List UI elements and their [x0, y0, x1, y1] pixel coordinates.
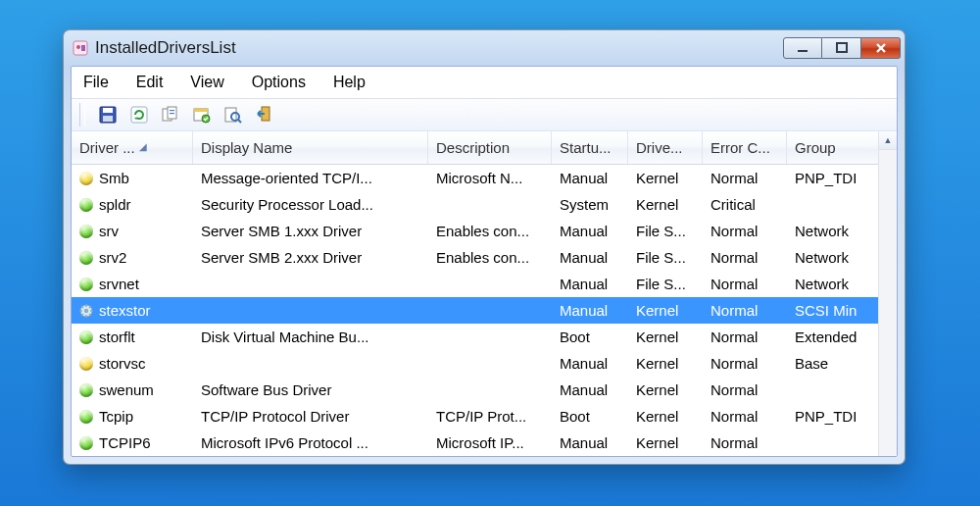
cell-startup: Manual	[552, 271, 628, 297]
cell-group: Network	[787, 218, 877, 244]
close-icon	[874, 42, 888, 54]
find-button[interactable]	[222, 104, 244, 126]
svg-rect-8	[103, 108, 113, 113]
status-running-icon	[79, 225, 93, 238]
cell-description	[428, 377, 552, 403]
save-icon	[99, 106, 117, 124]
cell-display-name: Message-oriented TCP/I...	[193, 165, 428, 191]
status-stopped-icon	[79, 357, 93, 371]
table-row[interactable]: storfltDisk Virtual Machine Bu...BootKer…	[72, 324, 897, 350]
cell-group: Network	[787, 271, 877, 297]
svg-rect-9	[103, 116, 113, 122]
window-title: InstalledDriversList	[95, 38, 783, 58]
col-description[interactable]: Description	[428, 131, 552, 164]
table-row[interactable]: stexstorManualKernelNormalSCSI Min	[72, 297, 897, 324]
cell-driver-type: Kernel	[628, 165, 703, 191]
copy-button[interactable]	[160, 104, 181, 126]
table-row[interactable]: TCPIP6Microsoft IPv6 Protocol ...Microso…	[72, 430, 897, 456]
table-row[interactable]: srvServer SMB 1.xxx DriverEnables con...…	[72, 218, 897, 244]
cell-startup: Manual	[552, 244, 628, 271]
cell-startup: System	[552, 191, 628, 218]
app-icon	[72, 39, 89, 57]
col-display-name[interactable]: Display Name	[193, 131, 428, 164]
scroll-up-button[interactable]: ▲	[879, 131, 897, 150]
cell-driver-type: File S...	[628, 218, 703, 244]
cell-group: PNP_TDI	[787, 403, 877, 430]
vertical-scrollbar[interactable]: ▲	[878, 131, 897, 456]
cell-driver-type: Kernel	[628, 297, 703, 324]
cell-error-control: Normal	[703, 297, 787, 324]
cell-error-control: Normal	[703, 244, 787, 271]
refresh-button[interactable]	[128, 104, 150, 126]
cell-driver-name: swenum	[99, 382, 154, 397]
svg-rect-10	[131, 107, 147, 123]
cell-group	[787, 191, 877, 218]
cell-group: SCSI Min	[787, 297, 877, 324]
cell-description: Enables con...	[428, 218, 552, 244]
table-row[interactable]: storvscManualKernelNormalBase	[72, 350, 897, 377]
svg-rect-13	[170, 110, 174, 111]
svg-point-23	[84, 308, 88, 312]
table-row[interactable]: SmbMessage-oriented TCP/I...Microsoft N.…	[72, 165, 897, 191]
cell-description	[428, 271, 552, 297]
cell-startup: Boot	[552, 324, 628, 350]
table-row[interactable]: TcpipTCP/IP Protocol DriverTCP/IP Prot..…	[72, 403, 897, 430]
toolbar	[72, 99, 897, 131]
table-row[interactable]: srv2Server SMB 2.xxx DriverEnables con..…	[72, 244, 897, 271]
titlebar[interactable]: InstalledDriversList	[64, 30, 905, 66]
menu-options[interactable]: Options	[250, 73, 308, 92]
maximize-button[interactable]	[822, 37, 861, 59]
column-headers: Driver ... ◢ Display Name Description St…	[72, 131, 897, 165]
cell-startup: Manual	[552, 430, 628, 456]
toolbar-grip	[79, 103, 85, 126]
status-running-icon	[79, 251, 93, 265]
close-button[interactable]	[861, 37, 901, 59]
menu-edit[interactable]: Edit	[134, 73, 166, 92]
cell-error-control: Critical	[703, 191, 787, 218]
cell-display-name	[193, 271, 428, 297]
cell-startup: Manual	[552, 218, 628, 244]
cell-driver-type: File S...	[628, 244, 703, 271]
col-driver-type[interactable]: Drive...	[628, 131, 703, 164]
sort-asc-icon: ◢	[139, 141, 147, 152]
app-window: InstalledDriversList File Edit View Opti…	[63, 29, 906, 465]
cell-driver-name: Tcpip	[99, 409, 133, 424]
minimize-button[interactable]	[783, 37, 822, 59]
cell-group: Base	[787, 350, 877, 377]
menu-help[interactable]: Help	[331, 73, 368, 92]
col-driver-name[interactable]: Driver ... ◢	[72, 131, 193, 164]
menu-view[interactable]: View	[188, 73, 225, 92]
chevron-up-icon: ▲	[884, 135, 893, 145]
save-button[interactable]	[97, 104, 119, 126]
properties-button[interactable]	[191, 104, 213, 126]
cell-description: Microsoft N...	[428, 165, 552, 191]
svg-point-1	[76, 45, 80, 49]
menubar: File Edit View Options Help	[72, 67, 897, 99]
cell-display-name: Server SMB 1.xxx Driver	[193, 218, 428, 244]
cell-description	[428, 191, 552, 218]
cell-driver-type: Kernel	[628, 377, 703, 403]
table-row[interactable]: swenumSoftware Bus DriverManualKernelNor…	[72, 377, 897, 403]
col-startup[interactable]: Startu...	[552, 131, 628, 164]
cell-driver-name: TCPIP6	[99, 435, 151, 450]
cell-description	[428, 297, 552, 324]
svg-line-20	[238, 120, 241, 123]
cell-startup: Manual	[552, 377, 628, 403]
col-error-control[interactable]: Error C...	[703, 131, 787, 164]
col-group[interactable]: Group	[787, 131, 877, 164]
cell-group	[787, 430, 877, 456]
cell-driver-name: Smb	[99, 171, 129, 185]
table-row[interactable]: srvnetManualFile S...NormalNetwork	[72, 271, 897, 297]
cell-group: Network	[787, 244, 877, 271]
cell-error-control: Normal	[703, 403, 787, 430]
menu-file[interactable]: File	[81, 73, 111, 92]
cell-display-name	[193, 350, 428, 377]
rows-container: SmbMessage-oriented TCP/I...Microsoft N.…	[72, 165, 897, 456]
properties-icon	[193, 106, 211, 124]
status-gear-icon	[79, 304, 93, 318]
exit-button[interactable]	[254, 104, 275, 126]
cell-description	[428, 350, 552, 377]
exit-icon	[256, 106, 273, 124]
table-row[interactable]: spldrSecurity Processor Load...SystemKer…	[72, 191, 897, 218]
cell-display-name: Software Bus Driver	[193, 377, 428, 403]
